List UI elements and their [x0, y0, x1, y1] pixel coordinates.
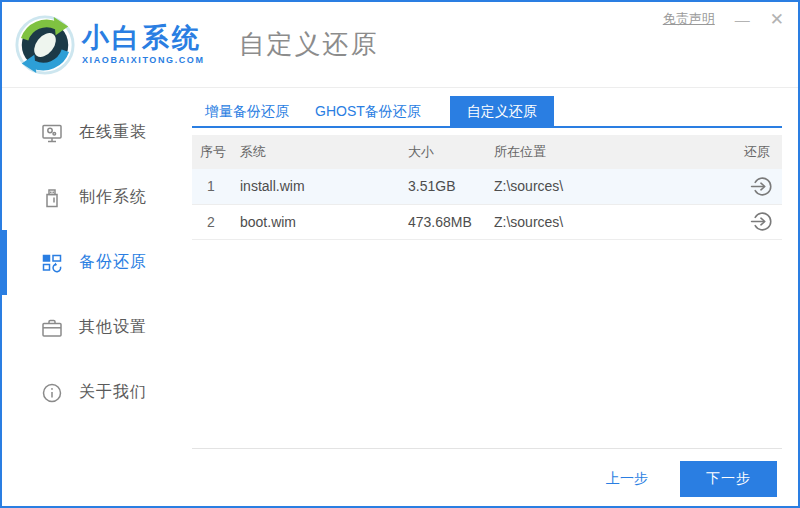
disclaimer-link[interactable]: 免责声明	[663, 10, 715, 28]
sidebar-item-online-reinstall[interactable]: 在线重装	[2, 100, 192, 165]
next-step-button[interactable]: 下一步	[680, 461, 777, 497]
col-header-location: 所在位置	[494, 135, 672, 169]
footer-bar: 上一步 下一步	[192, 448, 782, 508]
brand-domain: XIAOBAIXITONG.COM	[82, 55, 205, 65]
minimize-icon[interactable]: —	[735, 12, 750, 27]
restore-icon[interactable]	[748, 172, 776, 200]
brand-name: 小白系统	[82, 24, 205, 52]
cell-size: 3.51GB	[408, 169, 494, 204]
sidebar: 在线重装 制作系统	[2, 88, 192, 508]
restore-icon[interactable]	[748, 208, 776, 236]
cell-size: 473.68MB	[408, 204, 494, 239]
titlebar-controls: 免责声明 — ✕	[663, 10, 784, 28]
content-panel: 增量备份还原 GHOST备份还原 自定义还原 序号 系统 大小 所在位置 还原	[192, 88, 798, 508]
cell-index: 1	[192, 169, 240, 204]
sidebar-item-backup-restore[interactable]: 备份还原	[2, 230, 192, 295]
tab-bar: 增量备份还原 GHOST备份还原 自定义还原	[192, 96, 782, 128]
col-header-restore: 还原	[672, 135, 782, 169]
cell-system: install.wim	[240, 169, 408, 204]
cell-system: boot.wim	[240, 204, 408, 239]
close-icon[interactable]: ✕	[770, 11, 784, 28]
main-area: 在线重装 制作系统	[2, 88, 798, 508]
cell-location: Z:\sources\	[494, 169, 672, 204]
monitor-reinstall-icon	[40, 121, 64, 145]
prev-step-button[interactable]: 上一步	[606, 470, 648, 488]
app-logo-icon	[14, 14, 76, 76]
info-circle-icon	[40, 381, 64, 405]
sidebar-item-label: 关于我们	[79, 382, 147, 403]
backup-grid-icon	[40, 251, 64, 275]
tab-ghost-backup-restore[interactable]: GHOST备份还原	[302, 96, 434, 126]
table-row[interactable]: 1 install.wim 3.51GB Z:\sources\	[192, 169, 782, 204]
sidebar-item-label: 其他设置	[79, 317, 147, 338]
sidebar-item-make-system[interactable]: 制作系统	[2, 165, 192, 230]
page-title: 自定义还原	[239, 27, 379, 62]
sidebar-item-label: 在线重装	[79, 122, 147, 143]
cell-location: Z:\sources\	[494, 204, 672, 239]
sidebar-item-label: 备份还原	[79, 252, 147, 273]
col-header-index: 序号	[192, 135, 240, 169]
brand-block: 小白系统 XIAOBAIXITONG.COM	[82, 24, 205, 64]
table-header-row: 序号 系统 大小 所在位置 还原	[192, 135, 782, 169]
tab-custom-restore[interactable]: 自定义还原	[450, 96, 554, 126]
app-window: 免责声明 — ✕ 小白系统 XIAOBAIXITONG.COM 自定义还原	[0, 0, 800, 508]
col-header-system: 系统	[240, 135, 408, 169]
tab-incremental-backup-restore[interactable]: 增量备份还原	[192, 96, 302, 126]
col-header-size: 大小	[408, 135, 494, 169]
usb-drive-icon	[40, 186, 64, 210]
sidebar-item-label: 制作系统	[79, 187, 147, 208]
backup-files-table: 序号 系统 大小 所在位置 还原 1 install.wim 3.51GB Z:…	[192, 135, 782, 240]
sidebar-item-about-us[interactable]: 关于我们	[2, 360, 192, 425]
table-row[interactable]: 2 boot.wim 473.68MB Z:\sources\	[192, 204, 782, 239]
settings-case-icon	[40, 316, 64, 340]
cell-index: 2	[192, 204, 240, 239]
sidebar-item-other-settings[interactable]: 其他设置	[2, 295, 192, 360]
